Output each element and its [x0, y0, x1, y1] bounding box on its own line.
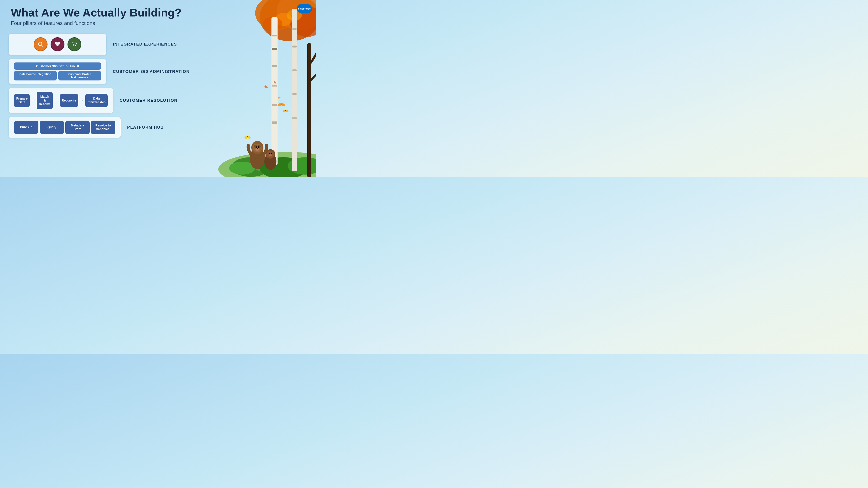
title-area: What Are We Actually Building? Four pill… — [11, 6, 182, 26]
svg-point-41 — [269, 154, 272, 156]
pillar-label-4: PLATFORM HUB — [127, 125, 174, 130]
svg-point-33 — [258, 147, 259, 148]
arrow-icon-3: → — [80, 98, 84, 103]
admin-sub-btn-1: Data Source Integration — [14, 71, 57, 80]
svg-rect-15 — [272, 48, 277, 50]
pillar-row-2: Customer 360 Setup Hub UI Data Source In… — [9, 59, 174, 84]
svg-point-35 — [257, 148, 258, 149]
svg-rect-20 — [292, 9, 297, 171]
step-btn-resolve-canonical[interactable]: Resolve to Canonical — [91, 121, 115, 134]
svg-point-30 — [254, 145, 257, 148]
svg-point-52 — [277, 96, 281, 99]
svg-point-51 — [264, 85, 268, 89]
svg-point-31 — [257, 145, 260, 148]
pillar-row-3: Prepare Data → Match & Resolve → Reconci… — [9, 88, 174, 113]
step-btn-query[interactable]: Query — [40, 121, 64, 134]
svg-rect-23 — [292, 69, 297, 71]
svg-point-40 — [271, 153, 272, 154]
salesforce-logo: salesforce — [297, 4, 312, 13]
svg-point-39 — [269, 153, 270, 154]
cart-icon-circle — [67, 37, 82, 51]
svg-point-32 — [256, 147, 257, 148]
svg-rect-16 — [272, 65, 277, 67]
svg-point-56 — [73, 45, 74, 46]
platform-hub-card: Pub/Sub Query Metadata Store Resolve to … — [9, 117, 121, 138]
svg-rect-13 — [272, 18, 278, 165]
pillars-container: INTEGRATED EXPERIENCES Customer 360 Setu… — [9, 34, 174, 138]
customer-resolution-card: Prepare Data → Match & Resolve → Reconci… — [9, 88, 113, 113]
step-btn-prepare-data[interactable]: Prepare Data — [14, 94, 30, 107]
svg-rect-25 — [292, 117, 297, 119]
pillar-row-1: INTEGRATED EXPERIENCES — [9, 34, 174, 55]
svg-rect-21 — [292, 28, 297, 30]
arrow-icon-1: → — [31, 98, 35, 103]
search-icon-circle — [34, 37, 48, 51]
icons-row — [14, 37, 101, 51]
svg-rect-18 — [272, 104, 277, 106]
pillar-label-2: CUSTOMER 360 ADMINISTRATION — [113, 69, 174, 74]
pillar-label-1: INTEGRATED EXPERIENCES — [113, 42, 174, 46]
svg-line-55 — [41, 45, 43, 46]
svg-point-49 — [247, 135, 251, 139]
page-title: What Are We Actually Building? — [11, 6, 182, 19]
svg-rect-19 — [272, 122, 277, 124]
step-btn-data-stewardship[interactable]: Data Stewardship — [85, 94, 107, 107]
admin-block: Customer 360 Setup Hub UI Data Source In… — [14, 62, 101, 80]
admin-sub-row: Data Source Integration Customer Profile… — [14, 71, 101, 80]
admin-header-bar: Customer 360 Setup Hub UI — [14, 62, 101, 70]
steps-row-3: Prepare Data → Match & Resolve → Reconci… — [14, 92, 107, 109]
nature-illustration — [208, 0, 316, 177]
step-btn-pubsub[interactable]: Pub/Sub — [14, 121, 38, 134]
page-subtitle: Four pillars of features and functions — [11, 20, 182, 26]
arrow-icon-2: → — [54, 98, 58, 103]
svg-rect-14 — [272, 35, 277, 36]
svg-point-57 — [75, 45, 76, 46]
pillar-label-3: CUSTOMER RESOLUTION — [120, 98, 178, 103]
step-btn-metadata-store[interactable]: Metadata Store — [65, 121, 90, 134]
pillar-row-4: Pub/Sub Query Metadata Store Resolve to … — [9, 117, 174, 138]
steps-row-4: Pub/Sub Query Metadata Store Resolve to … — [14, 121, 115, 134]
svg-rect-22 — [292, 45, 297, 47]
admin-sub-btn-2: Customer Profile Maintenance — [58, 71, 101, 80]
heart-icon-circle — [51, 37, 64, 51]
step-btn-match-resolve[interactable]: Match & Resolve — [37, 92, 53, 109]
step-btn-reconcile[interactable]: Reconcile — [60, 94, 78, 107]
svg-rect-24 — [292, 93, 297, 95]
customer-360-admin-card: Customer 360 Setup Hub UI Data Source In… — [9, 59, 106, 84]
svg-rect-17 — [272, 85, 277, 87]
integrated-experiences-card — [9, 34, 106, 55]
